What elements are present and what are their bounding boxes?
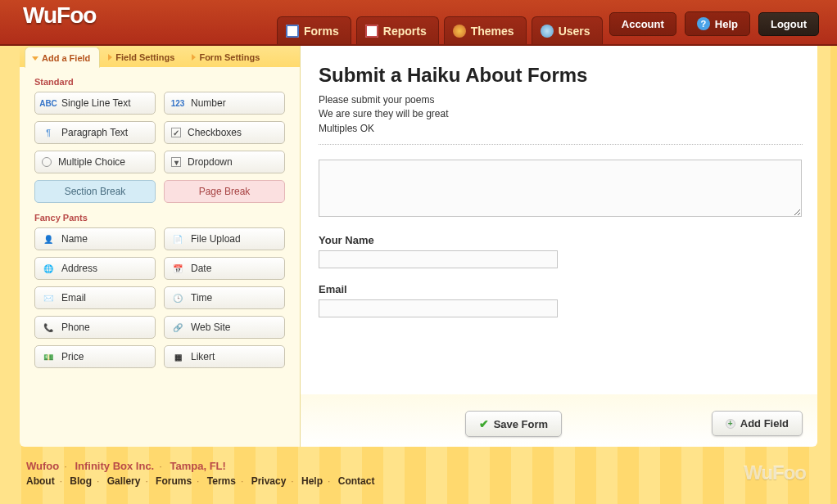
field-label: Price — [61, 351, 84, 362]
help-button[interactable]: ?Help — [685, 11, 750, 36]
help-label: Help — [715, 18, 738, 30]
dropdown-icon: ▾ — [171, 157, 181, 167]
phone-icon: 📞 — [42, 321, 55, 334]
field-website[interactable]: 🔗Web Site — [164, 316, 285, 339]
haiku-textarea[interactable] — [319, 160, 802, 217]
field-label: Multiple Choice — [58, 156, 125, 168]
field-label: Single Line Text — [61, 97, 131, 109]
nav-themes[interactable]: Themes — [444, 16, 527, 44]
form-description[interactable]: Please submit your poems We are sure the… — [319, 93, 803, 136]
footer-link-privacy[interactable]: Privacy — [251, 475, 287, 487]
field-phone[interactable]: 📞Phone — [34, 316, 156, 339]
tab-add-field[interactable]: Add a Field — [25, 47, 100, 68]
field-label: Web Site — [191, 322, 230, 333]
haiku-textarea-field[interactable] — [319, 160, 803, 219]
field-label: Dropdown — [188, 156, 233, 168]
field-label: Paragraph Text — [61, 127, 128, 138]
action-bar: ✔Save Form +Add Field — [301, 394, 817, 447]
checkbox-icon: ✓ — [171, 128, 181, 137]
file-upload-icon: 📄 — [171, 232, 184, 245]
nav-reports[interactable]: Reports — [356, 16, 439, 44]
text-abc-icon: ABC — [42, 97, 55, 110]
field-label: Date — [191, 263, 211, 274]
field-email[interactable]: ✉️Email — [34, 286, 156, 309]
form-desc-line: Please submit your poems — [319, 94, 434, 106]
footer-location[interactable]: Tampa, FL! — [170, 460, 225, 472]
field-likert[interactable]: ▦Likert — [164, 345, 285, 368]
number-123-icon: 123 — [171, 97, 184, 110]
field-date[interactable]: 📅Date — [164, 257, 285, 280]
field-page-break[interactable]: Page Break — [164, 180, 285, 203]
field-multiple-choice[interactable]: Multiple Choice — [34, 151, 156, 173]
field-dropdown[interactable]: ▾Dropdown — [164, 151, 285, 173]
chevron-right-icon — [108, 54, 112, 61]
chevron-right-icon — [192, 54, 196, 61]
footer-logo: WuFoo — [744, 461, 806, 484]
footer-company[interactable]: Infinity Box Inc. — [75, 460, 154, 472]
field-checkboxes[interactable]: ✓Checkboxes — [164, 121, 285, 144]
footer-link-terms[interactable]: Terms — [207, 475, 236, 487]
nav-forms[interactable]: Forms — [277, 16, 351, 44]
field-label: Email — [61, 292, 86, 304]
footer-link-about[interactable]: About — [26, 475, 55, 487]
nav-users-label: Users — [559, 25, 590, 38]
field-name[interactable]: 👤Name — [34, 227, 156, 250]
clock-icon: 🕒 — [171, 291, 184, 304]
logout-button[interactable]: Logout — [758, 12, 819, 36]
field-single-line-text[interactable]: ABCSingle Line Text — [34, 92, 156, 115]
nav-themes-label: Themes — [471, 25, 514, 38]
your-name-field[interactable]: Your Name — [319, 234, 803, 268]
field-file-upload[interactable]: 📄File Upload — [164, 227, 285, 250]
field-time[interactable]: 🕒Time — [164, 286, 285, 309]
link-icon: 🔗 — [171, 321, 184, 334]
tab-form-settings[interactable]: Form Settings — [185, 46, 269, 67]
account-button[interactable]: Account — [609, 12, 676, 36]
email-label: Email — [319, 283, 803, 295]
footer-link-blog[interactable]: Blog — [70, 475, 92, 487]
money-icon: 💵 — [42, 350, 55, 363]
section-divider — [319, 144, 803, 145]
add-field-button[interactable]: +Add Field — [712, 411, 803, 436]
field-paragraph-text[interactable]: ¶Paragraph Text — [34, 121, 156, 144]
form-canvas: Submit a Haiku About Forms Please submit… — [300, 46, 817, 447]
field-label: Section Break — [65, 186, 126, 197]
save-form-label: Save Form — [494, 418, 548, 430]
footer-link-contact[interactable]: Contact — [338, 475, 375, 487]
field-label: Time — [191, 292, 212, 304]
tab-field-settings[interactable]: Field Settings — [102, 46, 183, 67]
plus-icon: + — [726, 419, 735, 429]
field-label: Name — [61, 233, 88, 245]
field-label: Phone — [61, 322, 90, 333]
radio-icon — [42, 157, 52, 167]
envelope-icon: ✉️ — [42, 291, 55, 304]
footer-link-gallery[interactable]: Gallery — [107, 475, 141, 487]
brand-logo: WuFoo — [23, 2, 96, 29]
field-label: Likert — [191, 351, 215, 362]
email-input[interactable] — [319, 299, 558, 317]
form-desc-line: We are sure they will be great — [319, 108, 449, 119]
form-desc-line: Multiples OK — [319, 123, 374, 134]
save-form-button[interactable]: ✔Save Form — [465, 411, 562, 437]
field-section-break[interactable]: Section Break — [34, 180, 156, 203]
tab-form-settings-label: Form Settings — [199, 52, 260, 62]
add-field-label: Add Field — [740, 417, 789, 430]
footer-brand[interactable]: Wufoo — [26, 460, 59, 472]
tab-add-field-label: Add a Field — [42, 53, 90, 63]
reports-icon — [365, 25, 378, 38]
field-price[interactable]: 💵Price — [34, 345, 156, 368]
footer-link-forums[interactable]: Forums — [156, 475, 192, 487]
field-label: Checkboxes — [188, 127, 242, 138]
primary-nav: Forms Reports Themes Users — [277, 16, 603, 44]
email-field[interactable]: Email — [319, 283, 803, 317]
field-number[interactable]: 123Number — [164, 92, 285, 115]
nav-users[interactable]: Users — [532, 16, 603, 44]
field-label: Address — [61, 263, 97, 274]
field-label: Number — [191, 97, 226, 109]
your-name-input[interactable] — [319, 250, 558, 268]
app-header: WuFoo Forms Reports Themes Users Account… — [0, 0, 837, 46]
form-title[interactable]: Submit a Haiku About Forms — [319, 64, 803, 87]
name-card-icon: 👤 — [42, 232, 55, 245]
field-address[interactable]: 🌐Address — [34, 257, 156, 280]
footer-link-help[interactable]: Help — [301, 475, 323, 487]
category-fancy: Fancy Pants — [34, 213, 300, 223]
